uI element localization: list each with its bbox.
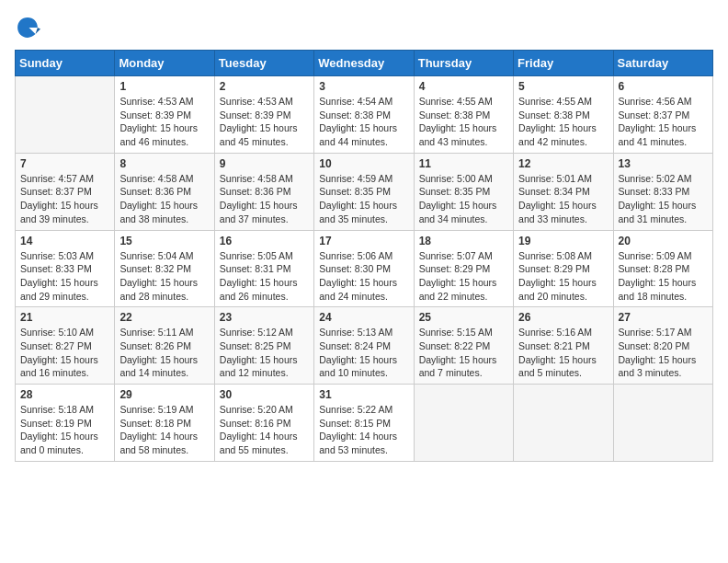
weekday-header-row: SundayMondayTuesdayWednesdayThursdayFrid… — [16, 51, 713, 76]
day-info: Sunrise: 5:05 AM Sunset: 8:31 PM Dayligh… — [220, 249, 309, 304]
day-info: Sunrise: 5:02 AM Sunset: 8:33 PM Dayligh… — [619, 172, 708, 226]
day-number: 27 — [619, 311, 708, 324]
day-number: 7 — [20, 157, 109, 170]
day-number: 16 — [220, 235, 309, 247]
day-info: Sunrise: 5:10 AM Sunset: 8:27 PM Dayligh… — [20, 326, 109, 380]
calendar-cell: 25Sunrise: 5:15 AM Sunset: 8:22 PM Dayli… — [414, 307, 513, 385]
day-info: Sunrise: 4:55 AM Sunset: 8:38 PM Dayligh… — [419, 95, 508, 149]
calendar-header: SundayMondayTuesdayWednesdayThursdayFrid… — [16, 51, 713, 76]
calendar-table: SundayMondayTuesdayWednesdayThursdayFrid… — [15, 50, 713, 462]
day-info: Sunrise: 5:19 AM Sunset: 8:18 PM Dayligh… — [119, 403, 209, 457]
day-info: Sunrise: 5:01 AM Sunset: 8:34 PM Dayligh… — [518, 172, 608, 226]
day-number: 24 — [319, 311, 408, 324]
day-info: Sunrise: 4:53 AM Sunset: 8:39 PM Dayligh… — [220, 95, 309, 149]
calendar-cell: 6Sunrise: 4:56 AM Sunset: 8:37 PM Daylig… — [613, 76, 712, 154]
calendar-cell: 17Sunrise: 5:06 AM Sunset: 8:30 PM Dayli… — [314, 230, 414, 307]
day-number: 15 — [119, 235, 209, 247]
calendar-cell: 15Sunrise: 5:04 AM Sunset: 8:32 PM Dayli… — [115, 230, 214, 307]
day-info: Sunrise: 4:58 AM Sunset: 8:36 PM Dayligh… — [119, 172, 209, 226]
day-number: 2 — [220, 80, 309, 93]
page-header — [15, 15, 713, 40]
day-number: 21 — [20, 311, 109, 324]
weekday-header: Tuesday — [214, 51, 313, 76]
day-info: Sunrise: 5:20 AM Sunset: 8:16 PM Dayligh… — [220, 403, 309, 457]
calendar-week-row: 14Sunrise: 5:03 AM Sunset: 8:33 PM Dayli… — [16, 230, 713, 307]
calendar-cell: 11Sunrise: 5:00 AM Sunset: 8:35 PM Dayli… — [414, 153, 513, 230]
day-number: 4 — [419, 80, 508, 93]
day-info: Sunrise: 5:22 AM Sunset: 8:15 PM Dayligh… — [319, 403, 408, 457]
day-number: 25 — [419, 311, 508, 324]
calendar-week-row: 28Sunrise: 5:18 AM Sunset: 8:19 PM Dayli… — [16, 385, 713, 462]
calendar-cell: 7Sunrise: 4:57 AM Sunset: 8:37 PM Daylig… — [16, 153, 115, 230]
calendar-cell: 24Sunrise: 5:13 AM Sunset: 8:24 PM Dayli… — [314, 307, 414, 385]
day-number: 12 — [518, 157, 608, 170]
day-number: 31 — [319, 388, 408, 401]
day-number: 28 — [20, 388, 109, 401]
calendar-cell: 26Sunrise: 5:16 AM Sunset: 8:21 PM Dayli… — [514, 307, 613, 385]
calendar-cell: 9Sunrise: 4:58 AM Sunset: 8:36 PM Daylig… — [214, 153, 313, 230]
logo — [15, 15, 44, 40]
calendar-week-row: 7Sunrise: 4:57 AM Sunset: 8:37 PM Daylig… — [16, 153, 713, 230]
calendar-cell: 27Sunrise: 5:17 AM Sunset: 8:20 PM Dayli… — [613, 307, 712, 385]
day-info: Sunrise: 4:56 AM Sunset: 8:37 PM Dayligh… — [619, 95, 708, 149]
weekday-header: Saturday — [613, 51, 712, 76]
day-number: 20 — [619, 235, 708, 247]
calendar-cell: 2Sunrise: 4:53 AM Sunset: 8:39 PM Daylig… — [214, 76, 313, 154]
day-number: 10 — [319, 157, 408, 170]
calendar-cell: 16Sunrise: 5:05 AM Sunset: 8:31 PM Dayli… — [214, 230, 313, 307]
day-info: Sunrise: 5:06 AM Sunset: 8:30 PM Dayligh… — [319, 249, 408, 304]
day-info: Sunrise: 5:13 AM Sunset: 8:24 PM Dayligh… — [319, 326, 408, 380]
calendar-cell: 1Sunrise: 4:53 AM Sunset: 8:39 PM Daylig… — [115, 76, 214, 154]
calendar-cell: 23Sunrise: 5:12 AM Sunset: 8:25 PM Dayli… — [214, 307, 313, 385]
calendar-cell: 29Sunrise: 5:19 AM Sunset: 8:18 PM Dayli… — [115, 385, 214, 462]
calendar-cell: 13Sunrise: 5:02 AM Sunset: 8:33 PM Dayli… — [613, 153, 712, 230]
day-number: 13 — [619, 157, 708, 170]
day-info: Sunrise: 5:09 AM Sunset: 8:28 PM Dayligh… — [619, 249, 708, 304]
calendar-cell — [613, 385, 712, 462]
day-info: Sunrise: 4:57 AM Sunset: 8:37 PM Dayligh… — [20, 172, 109, 226]
day-info: Sunrise: 5:15 AM Sunset: 8:22 PM Dayligh… — [419, 326, 508, 380]
calendar-body: 1Sunrise: 4:53 AM Sunset: 8:39 PM Daylig… — [16, 76, 713, 462]
calendar-cell — [514, 385, 613, 462]
day-number: 8 — [119, 157, 209, 170]
calendar-cell — [16, 76, 115, 154]
day-number: 23 — [220, 311, 309, 324]
weekday-header: Thursday — [414, 51, 513, 76]
day-number: 26 — [518, 311, 608, 324]
day-number: 3 — [319, 80, 408, 93]
calendar-cell: 31Sunrise: 5:22 AM Sunset: 8:15 PM Dayli… — [314, 385, 414, 462]
day-number: 6 — [619, 80, 708, 93]
day-info: Sunrise: 4:54 AM Sunset: 8:38 PM Dayligh… — [319, 95, 408, 149]
calendar-cell — [414, 385, 513, 462]
calendar-cell: 19Sunrise: 5:08 AM Sunset: 8:29 PM Dayli… — [514, 230, 613, 307]
day-info: Sunrise: 5:08 AM Sunset: 8:29 PM Dayligh… — [518, 249, 608, 304]
day-number: 22 — [119, 311, 209, 324]
weekday-header: Monday — [115, 51, 214, 76]
day-info: Sunrise: 5:04 AM Sunset: 8:32 PM Dayligh… — [119, 249, 209, 304]
calendar-cell: 5Sunrise: 4:55 AM Sunset: 8:38 PM Daylig… — [514, 76, 613, 154]
day-number: 5 — [518, 80, 608, 93]
calendar-week-row: 1Sunrise: 4:53 AM Sunset: 8:39 PM Daylig… — [16, 76, 713, 154]
calendar-cell: 10Sunrise: 4:59 AM Sunset: 8:35 PM Dayli… — [314, 153, 414, 230]
day-info: Sunrise: 4:59 AM Sunset: 8:35 PM Dayligh… — [319, 172, 408, 226]
day-info: Sunrise: 5:11 AM Sunset: 8:26 PM Dayligh… — [119, 326, 209, 380]
day-number: 9 — [220, 157, 309, 170]
calendar-cell: 21Sunrise: 5:10 AM Sunset: 8:27 PM Dayli… — [16, 307, 115, 385]
day-info: Sunrise: 5:03 AM Sunset: 8:33 PM Dayligh… — [20, 249, 109, 304]
day-info: Sunrise: 5:12 AM Sunset: 8:25 PM Dayligh… — [220, 326, 309, 380]
day-info: Sunrise: 4:58 AM Sunset: 8:36 PM Dayligh… — [220, 172, 309, 226]
calendar-week-row: 21Sunrise: 5:10 AM Sunset: 8:27 PM Dayli… — [16, 307, 713, 385]
day-number: 1 — [119, 80, 209, 93]
day-info: Sunrise: 5:18 AM Sunset: 8:19 PM Dayligh… — [20, 403, 109, 457]
day-number: 14 — [20, 235, 109, 247]
day-info: Sunrise: 5:16 AM Sunset: 8:21 PM Dayligh… — [518, 326, 608, 380]
calendar-cell: 28Sunrise: 5:18 AM Sunset: 8:19 PM Dayli… — [16, 385, 115, 462]
logo-icon — [15, 15, 40, 40]
calendar-cell: 4Sunrise: 4:55 AM Sunset: 8:38 PM Daylig… — [414, 76, 513, 154]
day-info: Sunrise: 4:53 AM Sunset: 8:39 PM Dayligh… — [119, 95, 209, 149]
weekday-header: Friday — [514, 51, 613, 76]
calendar-cell: 14Sunrise: 5:03 AM Sunset: 8:33 PM Dayli… — [16, 230, 115, 307]
weekday-header: Sunday — [16, 51, 115, 76]
day-number: 29 — [119, 388, 209, 401]
day-number: 18 — [419, 235, 508, 247]
